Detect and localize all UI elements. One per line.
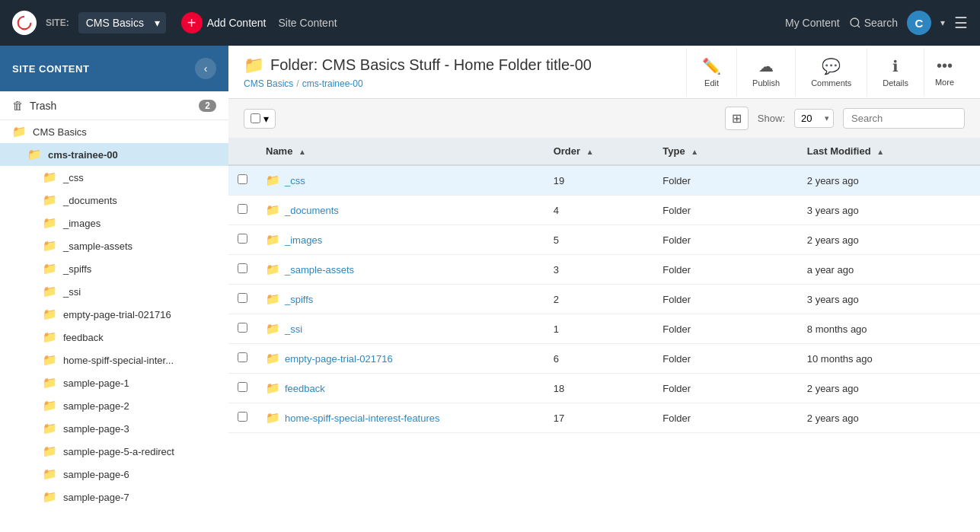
row-checkbox[interactable] bbox=[238, 382, 247, 392]
show-select[interactable]: 20 50 100 bbox=[794, 109, 834, 128]
sidebar-tree-item[interactable]: 📁CMS Basics bbox=[0, 120, 228, 143]
sidebar-tree-item[interactable]: 📁_images bbox=[0, 212, 228, 234]
sidebar-tree-item[interactable]: 📁sample-page-2 bbox=[0, 394, 228, 417]
sidebar-tree-item[interactable]: 📁home-spiff-special-inter... bbox=[0, 349, 228, 371]
row-name-cell: 📁 empty-page-trial-021716 bbox=[257, 344, 544, 374]
edit-button[interactable]: ✏️ Edit bbox=[686, 48, 736, 97]
select-all-checkbox[interactable] bbox=[251, 113, 260, 123]
site-content-nav-link[interactable]: Site Content bbox=[276, 17, 340, 29]
site-selector[interactable]: CMS Basics bbox=[78, 12, 166, 33]
row-checkbox[interactable] bbox=[238, 234, 247, 244]
sidebar-collapse-button[interactable]: ‹ bbox=[195, 58, 216, 79]
folder-icon-large: 📁 bbox=[244, 56, 264, 75]
sidebar-tree-item[interactable]: 📁cms-trainee-00 bbox=[0, 143, 228, 166]
top-navigation: SITE: CMS Basics + Add Content Site Cont… bbox=[0, 0, 980, 46]
add-content-button[interactable]: + Add Content bbox=[181, 12, 267, 33]
row-name-link[interactable]: _images bbox=[285, 234, 322, 246]
row-checkbox-cell bbox=[228, 403, 257, 433]
trash-item[interactable]: 🗑 Trash 2 bbox=[0, 91, 228, 120]
row-name-link[interactable]: _ssi bbox=[285, 323, 302, 335]
th-checkbox bbox=[228, 138, 257, 165]
sidebar-tree-item[interactable]: 📁sample-page-6 bbox=[0, 463, 228, 486]
publish-label: Publish bbox=[752, 78, 780, 88]
row-checkbox-cell bbox=[228, 344, 257, 374]
my-content-button[interactable]: My Content bbox=[785, 17, 840, 29]
th-order-label: Order bbox=[554, 145, 580, 157]
row-name-cell: 📁 _images bbox=[257, 225, 544, 255]
sidebar-tree-item[interactable]: 📁feedback bbox=[0, 326, 228, 349]
row-name-link[interactable]: empty-page-trial-021716 bbox=[285, 353, 393, 365]
row-checkbox[interactable] bbox=[238, 412, 247, 422]
folder-icon: 📁 bbox=[43, 467, 57, 481]
sidebar-tree-item[interactable]: 📁_spiffs bbox=[0, 257, 228, 280]
th-name[interactable]: Name ▲ bbox=[257, 138, 544, 165]
table-row: 📁 _documents 4 Folder 3 years ago bbox=[228, 196, 980, 225]
row-name-link[interactable]: feedback bbox=[285, 383, 325, 394]
details-button[interactable]: ℹ Details bbox=[867, 48, 924, 97]
row-type-cell: Folder bbox=[653, 403, 798, 433]
th-type-label: Type bbox=[662, 145, 685, 157]
type-sort-icon: ▲ bbox=[691, 148, 698, 156]
sidebar: SITE CONTENT ‹ 🗑 Trash 2 📁CMS Basics📁cms… bbox=[0, 46, 228, 532]
site-selector-wrapper[interactable]: CMS Basics bbox=[78, 12, 166, 33]
row-type-cell: Folder bbox=[653, 165, 798, 196]
breadcrumb-site[interactable]: CMS Basics bbox=[244, 78, 293, 89]
row-type-cell: Folder bbox=[653, 255, 798, 285]
row-modified-cell: 3 years ago bbox=[798, 196, 980, 225]
tree-item-label: feedback bbox=[63, 332, 104, 343]
select-all-checkbox-dropdown[interactable]: ▾ bbox=[244, 109, 276, 129]
row-name-link[interactable]: _sample-assets bbox=[285, 264, 354, 276]
comments-button[interactable]: 💬 Comments bbox=[795, 48, 867, 97]
row-type-cell: Folder bbox=[653, 196, 798, 225]
sidebar-tree-item[interactable]: 📁sample-page-3 bbox=[0, 417, 228, 440]
sidebar-tree-item[interactable]: 📁_css bbox=[0, 166, 228, 189]
th-last-modified[interactable]: Last Modified ▲ bbox=[798, 138, 980, 165]
row-name: 📁 _images bbox=[266, 233, 535, 247]
sidebar-tree-item[interactable]: 📁_documents bbox=[0, 189, 228, 212]
hamburger-button[interactable]: ☰ bbox=[954, 14, 968, 32]
row-checkbox[interactable] bbox=[238, 293, 247, 303]
sidebar-tree-item[interactable]: 📁sample-page-1 bbox=[0, 371, 228, 394]
row-name: 📁 _sample-assets bbox=[266, 263, 535, 276]
row-checkbox-cell bbox=[228, 255, 257, 285]
sidebar-tree-item[interactable]: 📁sample-page-7 bbox=[0, 486, 228, 508]
user-chevron-icon[interactable]: ▾ bbox=[940, 18, 945, 28]
show-select-wrapper[interactable]: 20 50 100 bbox=[794, 109, 834, 128]
row-name-cell: 📁 _spiffs bbox=[257, 285, 544, 314]
row-checkbox[interactable] bbox=[238, 204, 247, 214]
sidebar-tree-item[interactable]: 📁empty-page-trial-021716 bbox=[0, 303, 228, 326]
more-button[interactable]: ••• More bbox=[924, 48, 965, 96]
row-modified-cell: 2 years ago bbox=[798, 165, 980, 196]
row-name-link[interactable]: _spiffs bbox=[285, 294, 313, 305]
row-name: 📁 _documents bbox=[266, 203, 535, 217]
th-name-label: Name bbox=[266, 145, 292, 157]
row-checkbox[interactable] bbox=[238, 263, 247, 273]
row-order-cell: 4 bbox=[544, 196, 654, 225]
th-order[interactable]: Order ▲ bbox=[544, 138, 654, 165]
row-name-link[interactable]: _documents bbox=[285, 205, 339, 216]
comments-label: Comments bbox=[811, 78, 851, 88]
row-name-link[interactable]: home-spiff-special-interest-features bbox=[285, 413, 440, 424]
grid-toggle-button[interactable]: ⊞ bbox=[725, 107, 749, 130]
logo-icon[interactable] bbox=[12, 11, 37, 35]
row-name: 📁 home-spiff-special-interest-features bbox=[266, 411, 535, 425]
breadcrumb-folder[interactable]: cms-trainee-00 bbox=[302, 78, 363, 89]
th-type[interactable]: Type ▲ bbox=[653, 138, 798, 165]
dropdown-arrow-icon[interactable]: ▾ bbox=[263, 113, 269, 125]
row-type-cell: Folder bbox=[653, 225, 798, 255]
search-nav-button[interactable]: Search bbox=[849, 17, 898, 29]
row-name-link[interactable]: _css bbox=[285, 175, 305, 186]
table-row: 📁 _images 5 Folder 2 years ago bbox=[228, 225, 980, 255]
row-checkbox-cell bbox=[228, 374, 257, 403]
sidebar-tree-item[interactable]: 📁_sample-assets bbox=[0, 234, 228, 257]
row-checkbox[interactable] bbox=[238, 174, 247, 184]
sidebar-tree-item[interactable]: 📁_ssi bbox=[0, 280, 228, 303]
row-name-cell: 📁 feedback bbox=[257, 374, 544, 403]
search-input[interactable] bbox=[843, 108, 965, 129]
sidebar-tree-item[interactable]: 📁sample-page-5-a-redirect bbox=[0, 440, 228, 463]
row-checkbox[interactable] bbox=[238, 323, 247, 333]
row-checkbox[interactable] bbox=[238, 352, 247, 362]
row-folder-icon: 📁 bbox=[266, 174, 280, 187]
user-avatar[interactable]: C bbox=[907, 11, 931, 35]
publish-button[interactable]: ☁ Publish bbox=[736, 48, 795, 97]
